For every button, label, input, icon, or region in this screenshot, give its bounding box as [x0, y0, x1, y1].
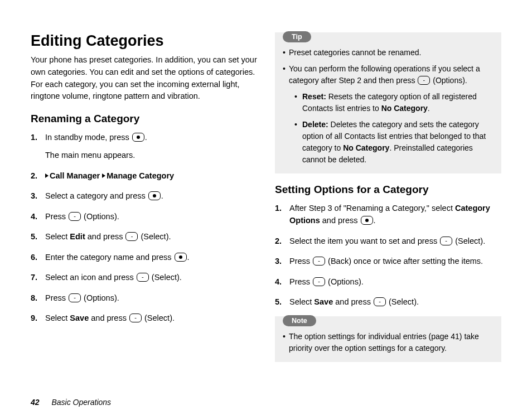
note-list: The option settings for individual entri…: [275, 331, 501, 354]
step-3: 3. Press (Back) once or twice after sett…: [275, 255, 501, 267]
step-8: 8. Press (Options).: [31, 292, 257, 304]
step-4: 4. Press (Options).: [31, 210, 257, 223]
soft-key-icon: [137, 273, 149, 282]
section-name: Basic Operations: [51, 398, 111, 407]
nav-arrow-icon: [102, 173, 105, 178]
page-number: 42: [31, 398, 40, 407]
soft-key-icon: [374, 297, 386, 306]
tip-subitem: Reset: Resets the category option of all…: [294, 91, 494, 114]
tip-subitem: Delete: Deletes the category and sets th…: [294, 119, 494, 166]
page-title: Editing Categories: [31, 32, 257, 50]
tip-callout: Tip Preset categories cannot be renamed.…: [275, 32, 501, 173]
renaming-steps: 1. In standby mode, press . The main men…: [31, 131, 257, 325]
step-1: 1. After Step 3 of "Renaming a Category,…: [275, 202, 501, 227]
step-number: 3.: [31, 190, 37, 202]
step-number: 3.: [275, 255, 282, 267]
center-key-icon: [132, 133, 144, 142]
right-column: Tip Preset categories cannot be renamed.…: [275, 32, 501, 371]
step-sub: The main menu appears.: [45, 149, 257, 161]
left-column: Editing Categories Your phone has preset…: [31, 32, 257, 371]
note-callout: Note The option settings for individual …: [275, 316, 501, 362]
step-number: 5.: [275, 296, 282, 308]
soft-key-icon: [69, 293, 81, 302]
step-number: 4.: [275, 276, 282, 288]
step-number: 1.: [275, 202, 282, 214]
step-1: 1. In standby mode, press . The main men…: [31, 131, 257, 162]
step-2: 2. Select the item you want to set and p…: [275, 235, 501, 247]
soft-key-icon: [440, 237, 452, 245]
note-label: Note: [283, 315, 316, 326]
manual-page: Editing Categories Your phone has preset…: [0, 0, 532, 410]
step-4: 4. Press (Options).: [275, 276, 501, 288]
step-number: 7.: [31, 271, 37, 283]
soft-key-icon: [418, 76, 430, 85]
step-3: 3. Select a category and press .: [31, 190, 257, 202]
step-number: 1.: [31, 131, 37, 143]
step-number: 4.: [31, 210, 37, 223]
soft-key-icon: [69, 212, 81, 221]
tip-list: Preset categories cannot be renamed. You…: [275, 47, 501, 166]
center-key-icon: [361, 216, 373, 225]
step-number: 9.: [31, 312, 37, 324]
step-number: 2.: [275, 235, 282, 247]
step-number: 5.: [31, 230, 37, 243]
center-key-icon: [175, 253, 187, 262]
tip-label: Tip: [283, 31, 311, 42]
step-7: 7. Select an icon and press (Select).: [31, 271, 257, 283]
intro-paragraph: Your phone has preset categories. In add…: [31, 54, 257, 103]
tip-sublist: Reset: Resets the category option of all…: [289, 91, 494, 166]
step-number: 6.: [31, 251, 37, 263]
nav-arrow-icon: [45, 173, 49, 178]
note-item: The option settings for individual entri…: [283, 331, 494, 354]
soft-key-icon: [313, 257, 325, 266]
step-text: In standby mode, press: [45, 133, 132, 142]
step-9: 9. Select Save and press (Select).: [31, 312, 257, 324]
tip-item: You can perform the following operations…: [283, 63, 494, 166]
center-key-icon: [148, 191, 161, 200]
step-number: 2.: [31, 170, 37, 182]
step-number: 8.: [31, 292, 37, 304]
step-5: 5. Select Save and press (Select).: [275, 296, 501, 308]
step-5: 5. Select Edit and press (Select).: [31, 230, 257, 243]
tip-item: Preset categories cannot be renamed.: [283, 47, 494, 59]
setting-steps: 1. After Step 3 of "Renaming a Category,…: [275, 202, 501, 308]
page-footer: 42 Basic Operations: [31, 398, 501, 407]
setting-heading: Setting Options for a Category: [275, 184, 501, 196]
step-6: 6. Enter the category name and press .: [31, 251, 257, 263]
two-column-layout: Editing Categories Your phone has preset…: [31, 32, 501, 371]
renaming-heading: Renaming a Category: [31, 113, 257, 126]
soft-key-icon: [125, 232, 138, 241]
step-2: 2. Call Manager Manage Category: [31, 170, 257, 182]
soft-key-icon: [313, 277, 325, 286]
soft-key-icon: [129, 313, 142, 322]
